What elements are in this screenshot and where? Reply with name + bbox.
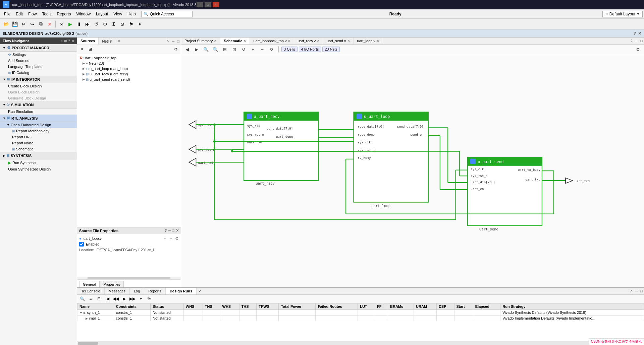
bot-max[interactable]: □ xyxy=(639,288,644,294)
tab-messages[interactable]: Messages xyxy=(105,288,130,294)
uart-recv-close[interactable]: ✕ xyxy=(317,39,320,43)
menu-help[interactable]: Help xyxy=(125,10,139,18)
sch-zoom-out[interactable]: 🔍 xyxy=(211,46,219,53)
badge-nets[interactable]: 23 Nets xyxy=(322,47,340,52)
nav-language-templates[interactable]: Language Templates xyxy=(0,64,77,70)
tab-design-runs[interactable]: Design Runs xyxy=(166,288,197,294)
open-btn[interactable]: 📂 xyxy=(2,20,10,28)
props-gear[interactable]: ⚙ xyxy=(175,236,179,241)
uart-send-close[interactable]: ✕ xyxy=(347,39,350,43)
src-panel-min[interactable]: ─ xyxy=(171,39,176,44)
sch-back[interactable]: ◀ xyxy=(183,46,191,53)
sch-tab-uart-loop[interactable]: uart_loop.v ✕ xyxy=(354,38,383,44)
col-total-power[interactable]: Total Power xyxy=(279,303,316,310)
col-uram[interactable]: URAM xyxy=(414,303,437,310)
table-row[interactable]: ▶ impl_1 constrs_1 Not started xyxy=(77,316,644,321)
sch-settings-btn[interactable]: ⚙ xyxy=(634,46,642,53)
simulation-header[interactable]: ▼ ▷ SIMULATION xyxy=(0,101,77,109)
tree-u-uart-recv[interactable]: ▶ ⊟ u_uart_recv (uart_recv) xyxy=(78,71,179,77)
sph-help[interactable]: ? xyxy=(165,228,167,233)
col-failed-routes[interactable]: Failed Routes xyxy=(316,303,358,310)
synthesis-header[interactable]: ▶ ⊞ SYNTHESIS xyxy=(0,152,77,159)
star-btn[interactable]: ✦ xyxy=(136,20,144,28)
sch-reload[interactable]: ⟳ xyxy=(268,46,276,53)
quick-access-bar[interactable]: 🔍 xyxy=(141,11,193,17)
elaborated-help[interactable]: ? xyxy=(634,31,636,36)
col-elapsed[interactable]: Elapsed xyxy=(473,303,500,310)
enabled-checkbox[interactable] xyxy=(79,242,84,247)
sch-minus[interactable]: − xyxy=(258,46,266,53)
bot-filter[interactable]: ≡ xyxy=(87,295,94,302)
bot-next[interactable]: ▶▶ xyxy=(129,295,136,302)
main-scrollbar-h[interactable] xyxy=(77,341,644,345)
copy-btn[interactable]: ⧉ xyxy=(37,20,45,28)
nav-prev[interactable]: ← xyxy=(163,236,167,241)
send-expand[interactable] xyxy=(470,159,476,164)
recv-box[interactable] xyxy=(244,112,318,181)
nav-settings[interactable]: ⚙ Settings xyxy=(0,52,77,58)
sch-tab-uart-recv[interactable]: uart_recv.v ✕ xyxy=(294,38,323,44)
design-runs-scroll[interactable]: Name Constraints Status WNS TNS WHS THS … xyxy=(77,303,644,341)
bot-min[interactable]: ─ xyxy=(634,288,639,294)
src-panel-max[interactable]: □ xyxy=(176,39,181,44)
nav-report-drc[interactable]: Report DRC xyxy=(0,134,77,140)
bot-pct[interactable]: % xyxy=(146,295,153,302)
synth-expand-arrow[interactable]: ▼ xyxy=(79,311,83,315)
sch-tab-uart-send[interactable]: uart_send.v ✕ xyxy=(323,38,354,44)
cancel-btn[interactable]: ✕ xyxy=(46,20,54,28)
col-name[interactable]: Name xyxy=(77,303,114,310)
nav-schematic[interactable]: ⊞ Schematic xyxy=(0,146,77,152)
elaborated-close[interactable]: ✕ xyxy=(638,31,641,36)
nav-icon-1[interactable]: ≡ xyxy=(61,39,63,43)
col-dsp[interactable]: DSP xyxy=(436,303,454,310)
rtl-analysis-header[interactable]: ▼ ⊞ RTL ANALYSIS xyxy=(0,115,77,122)
bot-play[interactable]: ▶ xyxy=(120,295,128,302)
design-runs-close[interactable]: ✕ xyxy=(197,289,203,294)
sch-plus[interactable]: + xyxy=(249,46,257,53)
col-ths[interactable]: THS xyxy=(239,303,257,310)
nav-report-noise[interactable]: Report Noise xyxy=(0,140,77,146)
sch-fit[interactable]: ⊞ xyxy=(221,46,229,53)
menu-flow[interactable]: Flow xyxy=(25,10,39,18)
bot-filter2[interactable]: ⊟ xyxy=(95,295,103,302)
run-btn[interactable]: ▶ xyxy=(66,20,74,28)
col-constraints[interactable]: Constraints xyxy=(114,303,150,310)
bot-search[interactable]: 🔍 xyxy=(78,295,86,302)
sum-btn[interactable]: Σ xyxy=(110,20,118,28)
nav-open-block-design[interactable]: Open Block Design xyxy=(0,89,77,95)
synth-sub-arrow[interactable]: ▶ xyxy=(84,311,86,315)
menu-layout[interactable]: Layout xyxy=(93,10,111,18)
src-group-btn[interactable]: ⊞ xyxy=(87,46,94,53)
menu-view[interactable]: View xyxy=(111,10,125,18)
loop-expand[interactable] xyxy=(357,114,362,119)
nav-open-elaborated-design[interactable]: ▼ Open Elaborated Design xyxy=(0,122,77,128)
step-btn[interactable]: ⏸ xyxy=(75,20,83,28)
tree-root[interactable]: R uart_loopback_top xyxy=(78,55,179,61)
nav-next[interactable]: → xyxy=(169,236,173,241)
table-row[interactable]: ▼ ▶ synth_1 constrs_1 Not started xyxy=(77,310,644,316)
col-wns[interactable]: WNS xyxy=(183,303,203,310)
netlist-close[interactable]: ✕ xyxy=(116,39,121,44)
tab-sources[interactable]: Sources xyxy=(77,38,99,45)
col-lut[interactable]: LUT xyxy=(358,303,375,310)
sph-max[interactable]: □ xyxy=(172,228,174,233)
bot-help[interactable]: ? xyxy=(628,288,634,294)
col-ff[interactable]: FF xyxy=(375,303,388,310)
menu-reports[interactable]: Reports xyxy=(54,10,73,18)
tree-u-uart-loop[interactable]: ▶ ⊟ u_uart_loop (uart_loop) xyxy=(78,66,179,71)
project-manager-header[interactable]: ▼ ⚙ PROJECT MANAGER xyxy=(0,44,77,52)
bot-first[interactable]: |◀ xyxy=(104,295,111,302)
sch-tab-schematic[interactable]: Schematic ✕ xyxy=(220,38,250,44)
src-gear-btn[interactable]: ⚙ xyxy=(172,46,179,53)
stop-btn[interactable]: ⊘ xyxy=(118,20,126,28)
badge-cells[interactable]: 3 Cells xyxy=(281,47,298,52)
col-tpws[interactable]: TPWS xyxy=(257,303,279,310)
flag-btn[interactable]: ⚑ xyxy=(127,20,135,28)
minimize-button[interactable]: ─ xyxy=(197,2,203,7)
tree-nets[interactable]: ▶ ≡ Nets (23) xyxy=(78,61,179,66)
ip-integrator-header[interactable]: ▼ ⊞ IP INTEGRATOR xyxy=(0,76,77,83)
nav-icon-2[interactable]: ⊞ xyxy=(64,39,67,43)
nav-create-block-design[interactable]: Create Block Design xyxy=(0,83,77,89)
schematic-close[interactable]: ✕ xyxy=(244,39,246,43)
nav-icon-4[interactable]: ✕ xyxy=(71,39,74,43)
